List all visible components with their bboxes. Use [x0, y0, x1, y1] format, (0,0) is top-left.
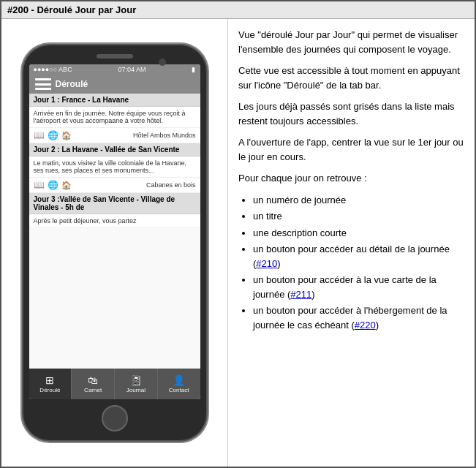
app-header-title: Déroulé	[56, 79, 88, 89]
desc-list: un numéro de journée un titre une descri…	[253, 193, 464, 333]
title-bar: #200 - Déroulé Jour par Jour	[1, 1, 475, 19]
tab-carnet[interactable]: 🛍 Carnet	[72, 369, 115, 399]
day3-header: Jour 3 :Vallée de San Vicente - Village …	[29, 193, 200, 214]
left-panel: ●●●●○○ ABC 07:04 AM ▮ Déroulé	[1, 19, 228, 467]
tab-deroule-icon: ⊞	[45, 375, 54, 385]
tab-carnet-icon: 🛍	[88, 375, 98, 385]
screen-content: Jour 1 : France - La Havane Arrivée en f…	[29, 94, 200, 369]
book-icon[interactable]: 📖	[34, 130, 45, 140]
desc-list-header: Pour chaque jour on retrouve :	[238, 171, 464, 186]
tab-contact-label: Contact	[169, 387, 189, 393]
status-bar: ●●●●○○ ABC 07:04 AM ▮	[29, 64, 200, 75]
right-panel: Vue "déroulé Jour par Jour" qui permet d…	[228, 19, 475, 467]
title-text: #200 - Déroulé Jour par Jour	[7, 4, 136, 15]
app-header: Déroulé	[29, 75, 200, 94]
link-211[interactable]: #211	[290, 289, 311, 300]
time-text: 07:04 AM	[118, 66, 146, 73]
phone-screen: ●●●●○○ ABC 07:04 AM ▮ Déroulé	[29, 64, 200, 399]
house-icon2[interactable]: 🏠	[61, 181, 72, 190]
link-210[interactable]: #210	[256, 258, 277, 269]
list-item: un numéro de journée	[253, 193, 464, 208]
phone-camera	[159, 58, 166, 66]
globe-icon[interactable]: 🌐	[48, 130, 58, 140]
tab-bar: ⊞ Déroulé 🛍 Carnet 📓 Journal 👤	[29, 369, 200, 399]
phone-mockup: ●●●●○○ ABC 07:04 AM ▮ Déroulé	[23, 45, 206, 440]
day3-description: Après le petit déjeuner, vous partez	[29, 214, 200, 228]
house-icon[interactable]: 🏠	[61, 131, 72, 140]
link-220[interactable]: #220	[355, 320, 376, 331]
list-item: un titre	[253, 209, 464, 224]
day1-icons: 📖 🌐 🏠 Hôtel Ambos Mundos	[29, 128, 200, 143]
main-container: #200 - Déroulé Jour par Jour ●●●●○○ ABC …	[0, 0, 476, 468]
day2-header: Jour 2 : La Havane - Vallée de San Vicen…	[29, 143, 200, 156]
tab-journal[interactable]: 📓 Journal	[115, 369, 158, 399]
globe-icon2[interactable]: 🌐	[48, 180, 58, 190]
signal-text: ●●●●○○ ABC	[34, 66, 72, 73]
content-area: ●●●●○○ ABC 07:04 AM ▮ Déroulé	[1, 19, 475, 467]
desc-para3: Les jours déjà passés sont grisés dans l…	[238, 99, 464, 128]
tab-contact[interactable]: 👤 Contact	[158, 369, 200, 399]
day2-icons: 📖 🌐 🏠 Cabanes en bois	[29, 178, 200, 193]
list-item-detail: un bouton pour accéder au détail de la j…	[253, 242, 464, 271]
tab-carnet-label: Carnet	[84, 387, 102, 393]
battery-text: ▮	[192, 66, 195, 73]
day2-description: Le matin, vous visitez la ville colonial…	[29, 156, 200, 178]
list-item-accommodation: un bouton pour accéder à l'hébergement d…	[253, 303, 464, 332]
day1-header: Jour 1 : France - La Havane	[29, 94, 200, 107]
hamburger-menu-icon[interactable]	[35, 78, 51, 90]
phone-speaker	[97, 54, 133, 58]
list-item-map: un bouton pour accéder à la vue carte de…	[253, 273, 464, 301]
day1-description: Arrivée en fin de journée. Notre équipe …	[29, 107, 200, 128]
desc-para2: Cette vue est accessible à tout moment e…	[238, 64, 464, 92]
list-item: une description courte	[253, 226, 464, 241]
tab-deroule[interactable]: ⊞ Déroulé	[29, 369, 72, 399]
desc-para1: Vue "déroulé Jour par Jour" qui permet d…	[238, 28, 464, 56]
tab-journal-label: Journal	[126, 387, 146, 393]
home-button[interactable]	[102, 405, 128, 431]
day2-hotel: Cabanes en bois	[146, 181, 196, 189]
tab-journal-icon: 📓	[129, 375, 142, 385]
desc-para4: A l'ouverture de l'app, centrer la vue s…	[238, 135, 464, 164]
tab-deroule-label: Déroulé	[39, 387, 60, 393]
book-icon2[interactable]: 📖	[34, 180, 45, 190]
tab-contact-icon: 👤	[173, 375, 185, 385]
day1-hotel: Hôtel Ambos Mundos	[133, 132, 196, 139]
